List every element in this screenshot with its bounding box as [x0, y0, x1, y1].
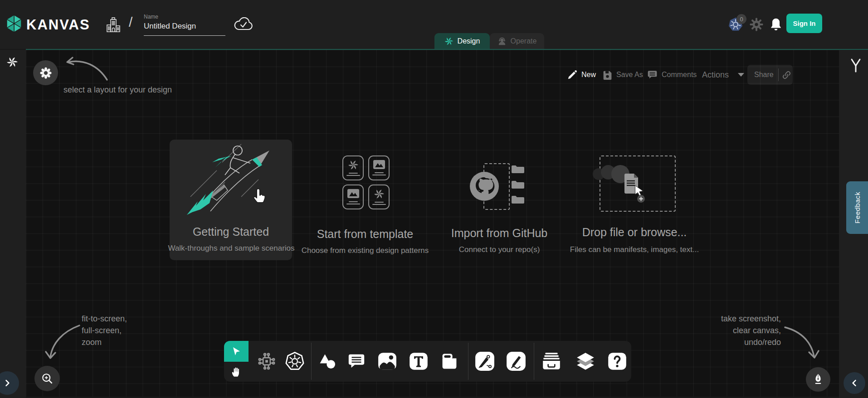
feedback-tab[interactable]: Feedback [846, 181, 868, 234]
new-pencil-icon [567, 69, 578, 80]
toolbar-divider [468, 343, 468, 380]
github-octocat-icon [468, 170, 500, 204]
pointer-tool-group [224, 341, 249, 382]
add-plus-badge [637, 195, 645, 203]
save-as-label: Save As [616, 71, 643, 79]
share-divider [778, 68, 779, 81]
organization-icon[interactable] [105, 16, 122, 35]
pan-tool-button[interactable] [224, 362, 249, 382]
card-github-subtitle: Connect to your repo(s) [431, 245, 567, 254]
select-arrow-icon [231, 346, 242, 357]
design-name-label: Name [144, 14, 158, 20]
comments-bubble-icon [647, 69, 658, 80]
card-template-subtitle: Choose from existing design patterns [297, 246, 433, 255]
tab-design[interactable]: Design [434, 33, 490, 49]
sign-in-button[interactable]: Sign In [786, 14, 822, 33]
save-as-button[interactable]: Save As [602, 65, 643, 84]
card-start-from-template[interactable] [317, 145, 413, 263]
layout-hint-text: select a layout for your design [63, 84, 172, 96]
card-getting-started[interactable] [170, 140, 292, 260]
bottom-right-hint: take screenshot, clear canvas, undo/redo [698, 313, 781, 348]
text-icon[interactable] [408, 351, 429, 372]
settings-gear-icon[interactable] [749, 17, 764, 34]
card-getting-started-title: Getting Started [170, 225, 292, 238]
new-button[interactable]: New [567, 65, 596, 84]
design-name-input[interactable] [144, 21, 225, 36]
template-thumb-image [342, 184, 364, 209]
actions-dropdown[interactable]: Actions [702, 65, 744, 84]
pen-hint-arrow [782, 323, 823, 364]
notifications-count-badge: 0 [736, 14, 746, 24]
hand-cursor-icon [250, 187, 268, 206]
card-getting-started-subtitle: Walk-throughs and sample scenarios [163, 244, 299, 253]
cloud-saved-icon [234, 17, 254, 34]
pen-tool-icon[interactable] [474, 351, 495, 372]
chevron-right-icon [3, 379, 12, 388]
breadcrumb-separator: / [129, 15, 132, 30]
app-header: KANVAS / Name [0, 0, 868, 49]
repo-folder-icon [511, 195, 525, 206]
feedback-label: Feedback [853, 192, 861, 223]
zoom-in-icon [40, 372, 54, 385]
toolbar-divider [534, 343, 534, 380]
comment-icon[interactable] [346, 351, 367, 372]
whiteboard-swirl-icon[interactable] [6, 56, 18, 70]
pan-hand-icon [230, 366, 242, 378]
share-link-icon [782, 70, 791, 80]
shapes-icon[interactable] [317, 351, 338, 372]
layout-picker-button[interactable] [33, 60, 58, 85]
notifications-bell-icon[interactable] [769, 17, 783, 33]
layers-icon[interactable] [575, 351, 596, 372]
card-drop-title: Drop file or browse... [573, 226, 696, 239]
tab-operate-label: Operate [511, 37, 537, 45]
share-button[interactable]: Share [747, 65, 793, 85]
note-icon[interactable] [439, 351, 460, 372]
save-as-floppy-icon [602, 70, 613, 80]
layout-flower-icon [39, 67, 52, 79]
left-rail [0, 50, 26, 398]
share-label: Share [754, 71, 774, 79]
kanvas-logo-icon[interactable] [5, 14, 23, 33]
brand-name: KANVAS [26, 17, 90, 33]
rocket-sketch [183, 142, 279, 219]
collapse-right-panel-button[interactable] [844, 372, 865, 394]
layout-hint-arrow [60, 51, 110, 83]
actions-label: Actions [702, 70, 729, 80]
y-tool-icon[interactable] [850, 58, 862, 75]
card-github-title: Import from GitHub [438, 227, 561, 240]
repo-folder-icon [511, 165, 525, 176]
design-swirl-icon [444, 37, 454, 46]
card-template-title: Start from template [304, 228, 426, 241]
kanvas-app: KANVAS / Name [0, 0, 868, 398]
kubernetes-helm-icon[interactable] [284, 351, 305, 372]
comments-label: Comments [662, 71, 697, 79]
zoom-hint-arrow [43, 321, 86, 365]
template-thumb-image [368, 155, 390, 180]
repo-folder-icon [511, 180, 525, 191]
tab-design-label: Design [458, 37, 480, 45]
pencil-sketch-icon[interactable] [506, 351, 527, 372]
chevron-left-icon [850, 379, 859, 388]
pen-nib-icon [812, 373, 824, 386]
drawer-icon[interactable] [541, 351, 562, 372]
comments-button[interactable]: Comments [647, 65, 697, 84]
image-icon[interactable] [377, 351, 398, 372]
card-drop-subtitle: Files can be manifests, images, text... [566, 245, 702, 254]
operate-headset-icon [497, 37, 507, 46]
tab-operate[interactable]: Operate [490, 33, 544, 49]
draw-pen-button[interactable] [806, 367, 830, 392]
bottom-left-hint: fit-to-screen, full-screen, zoom [82, 313, 127, 348]
relationship-node-icon[interactable] [256, 351, 277, 372]
actions-caret-icon [738, 73, 744, 77]
toolbar-divider [311, 343, 312, 380]
template-thumb-swirl [342, 155, 364, 180]
new-label: New [581, 71, 596, 79]
select-tool-button[interactable] [224, 341, 249, 362]
template-thumb-swirl [368, 184, 390, 209]
help-icon[interactable] [607, 351, 628, 372]
zoom-button[interactable] [34, 366, 60, 391]
